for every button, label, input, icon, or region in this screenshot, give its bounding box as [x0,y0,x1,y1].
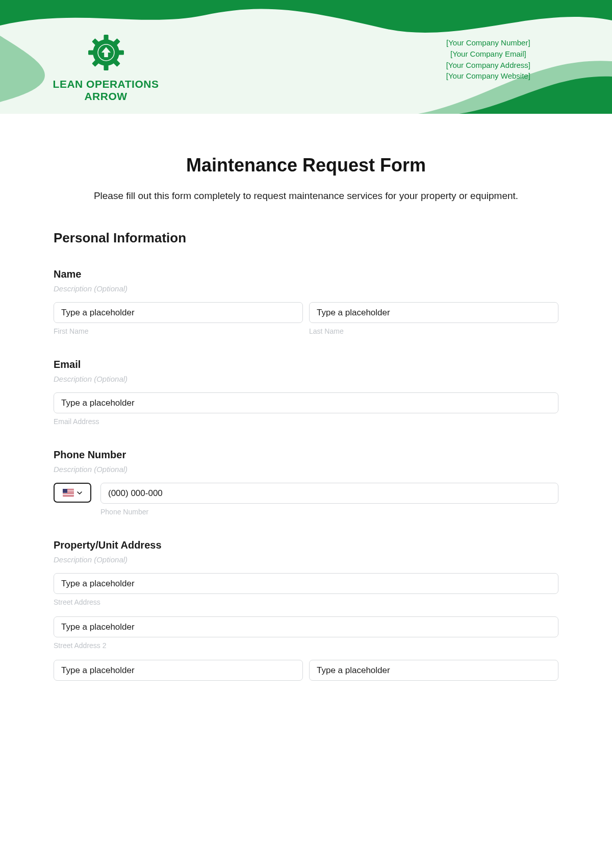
last-name-input[interactable] [309,302,558,323]
field-email: Email Description (Optional) Email Addre… [54,359,558,426]
phone-label: Phone Number [54,449,558,461]
email-input[interactable] [54,392,558,413]
form-subtitle: Please fill out this form completely to … [54,188,558,204]
street-address-sublabel: Street Address [54,598,558,606]
company-logo-block: LEAN OPERATIONS ARROW [38,33,173,103]
section-personal-info: Personal Information [54,230,558,246]
field-name: Name Description (Optional) First Name L… [54,268,558,335]
name-label: Name [54,268,558,280]
svg-rect-4 [118,50,124,55]
first-name-sublabel: First Name [54,327,303,335]
street-address-2-sublabel: Street Address 2 [54,641,558,650]
address-description: Description (Optional) [54,555,558,564]
street-address-2-input[interactable] [54,616,558,637]
svg-rect-1 [104,35,108,40]
street-address-input[interactable] [54,573,558,594]
company-website: [Your Company Website] [446,70,530,82]
svg-rect-2 [104,65,108,70]
company-number: [Your Company Number] [446,37,530,48]
phone-input[interactable] [100,483,558,504]
state-input[interactable] [309,660,558,681]
header-banner: LEAN OPERATIONS ARROW [Your Company Numb… [0,0,612,114]
name-description: Description (Optional) [54,284,558,293]
form-title: Maintenance Request Form [54,155,558,176]
us-flag-icon [63,489,74,497]
company-contact-info: [Your Company Number] [Your Company Emai… [446,37,530,82]
company-address: [Your Company Address] [446,60,530,71]
field-address: Property/Unit Address Description (Optio… [54,539,558,681]
company-name: LEAN OPERATIONS ARROW [38,78,173,103]
city-input[interactable] [54,660,303,681]
address-label: Property/Unit Address [54,539,558,551]
phone-description: Description (Optional) [54,465,558,474]
email-sublabel: Email Address [54,417,558,426]
svg-rect-3 [88,50,94,55]
email-description: Description (Optional) [54,375,558,383]
field-phone: Phone Number Description (Optional) Phon… [54,449,558,516]
phone-sublabel: Phone Number [100,508,558,516]
first-name-input[interactable] [54,302,303,323]
company-email: [Your Company Email] [446,48,530,60]
gear-arrow-icon [87,33,125,72]
chevron-down-icon [77,490,82,495]
country-code-select[interactable] [54,483,91,503]
email-label: Email [54,359,558,370]
last-name-sublabel: Last Name [309,327,558,335]
